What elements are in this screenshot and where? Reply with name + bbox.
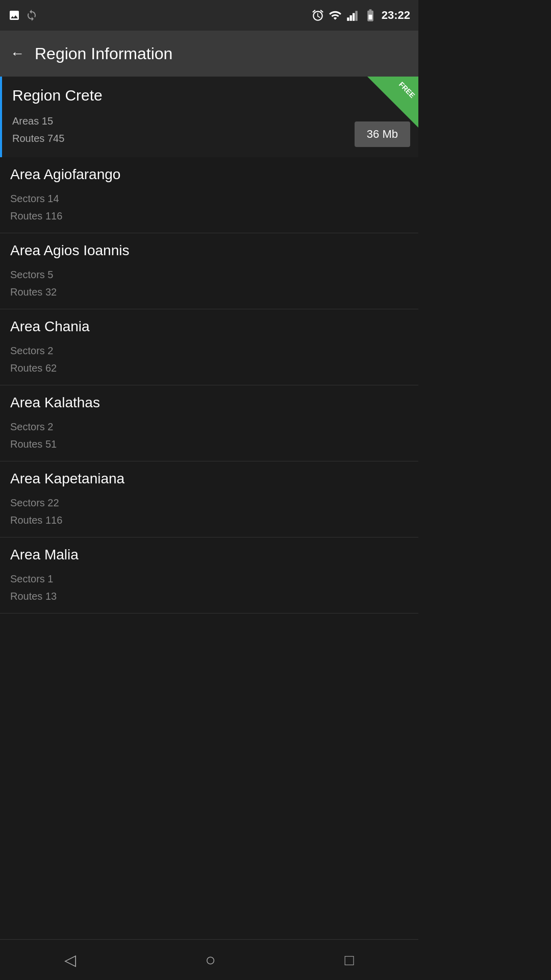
nav-home-button[interactable]: ○: [205, 950, 216, 970]
area-name: Area Chania: [10, 318, 410, 335]
download-button[interactable]: 36 Mb: [355, 121, 410, 147]
list-item[interactable]: Area Agiofarango Sectors 14 Routes 116: [0, 157, 418, 233]
area-list: Area Agiofarango Sectors 14 Routes 116 A…: [0, 157, 418, 614]
status-bar-right-icons: 23:22: [311, 8, 410, 22]
svg-rect-1: [349, 15, 352, 21]
free-badge: FREE: [367, 77, 418, 128]
svg-rect-0: [347, 17, 349, 21]
region-name: Region Crete: [12, 87, 410, 104]
area-routes: Routes 62: [10, 359, 410, 377]
area-name: Area Kapetaniana: [10, 471, 410, 487]
svg-rect-4: [368, 15, 372, 19]
area-routes: Routes 13: [10, 587, 410, 605]
signal-icon: [346, 9, 359, 22]
area-routes: Routes 51: [10, 435, 410, 453]
area-sectors: Sectors 14: [10, 190, 410, 207]
area-sectors: Sectors 22: [10, 494, 410, 511]
area-sectors: Sectors 2: [10, 418, 410, 435]
area-stats: Sectors 1 Routes 13: [10, 570, 410, 605]
app-bar: ← Region Information: [0, 31, 418, 77]
area-stats: Sectors 2 Routes 51: [10, 418, 410, 453]
wifi-icon: [329, 9, 342, 22]
list-item[interactable]: Area Chania Sectors 2 Routes 62: [0, 309, 418, 385]
area-sectors: Sectors 1: [10, 570, 410, 587]
nav-recents-button[interactable]: □: [344, 951, 354, 969]
status-time: 23:22: [382, 9, 410, 22]
free-badge-text: FREE: [397, 80, 416, 100]
sync-icon: [26, 9, 38, 21]
area-routes: Routes 116: [10, 207, 410, 225]
list-item[interactable]: Area Malia Sectors 1 Routes 13: [0, 537, 418, 614]
area-stats: Sectors 5 Routes 32: [10, 266, 410, 301]
list-item[interactable]: Area Kapetaniana Sectors 22 Routes 116: [0, 461, 418, 537]
back-button[interactable]: ←: [10, 46, 24, 61]
area-routes: Routes 32: [10, 283, 410, 301]
area-stats: Sectors 22 Routes 116: [10, 494, 410, 529]
list-item[interactable]: Area Kalathas Sectors 2 Routes 51: [0, 385, 418, 461]
status-bar: 23:22: [0, 0, 418, 31]
area-name: Area Malia: [10, 547, 410, 563]
region-routes: Routes 745: [12, 130, 410, 147]
area-routes: Routes 116: [10, 511, 410, 529]
area-sectors: Sectors 5: [10, 266, 410, 283]
nav-back-button[interactable]: ◁: [64, 951, 76, 969]
area-name: Area Kalathas: [10, 395, 410, 411]
area-name: Area Agiofarango: [10, 166, 410, 183]
region-header: Region Crete Areas 15 Routes 745 FREE 36…: [0, 77, 418, 157]
status-bar-left-icons: [8, 9, 38, 21]
svg-rect-3: [355, 11, 357, 21]
nav-bar: ◁ ○ □: [0, 939, 418, 980]
area-name: Area Agios Ioannis: [10, 242, 410, 259]
list-item[interactable]: Area Agios Ioannis Sectors 5 Routes 32: [0, 233, 418, 309]
svg-rect-2: [353, 13, 355, 21]
image-icon: [8, 9, 20, 21]
area-sectors: Sectors 2: [10, 342, 410, 359]
area-stats: Sectors 14 Routes 116: [10, 190, 410, 225]
battery-icon: [363, 8, 378, 22]
region-areas: Areas 15: [12, 112, 410, 130]
alarm-icon: [311, 9, 324, 22]
area-stats: Sectors 2 Routes 62: [10, 342, 410, 377]
region-stats: Areas 15 Routes 745: [12, 112, 410, 147]
app-bar-title: Region Information: [35, 44, 172, 63]
